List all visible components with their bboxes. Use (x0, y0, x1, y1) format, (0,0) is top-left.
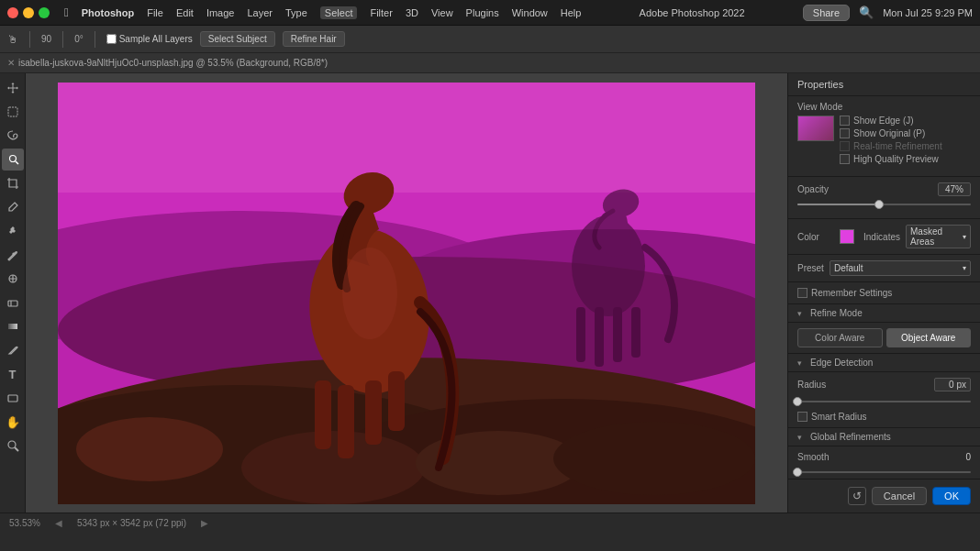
masked-areas-dropdown[interactable]: Masked Areas ▾ (906, 225, 971, 248)
help-menu[interactable]: Help (561, 7, 582, 18)
radius-slider-thumb[interactable] (793, 397, 802, 406)
status-nav-right[interactable]: ▶ (201, 518, 208, 528)
file-menu[interactable]: File (147, 7, 163, 18)
sample-all-layers-option[interactable]: Sample All Layers (106, 34, 193, 44)
eyedropper-tool[interactable] (2, 196, 24, 218)
gradient-tool[interactable] (2, 315, 24, 337)
zoom-tool[interactable] (2, 435, 24, 457)
app-name-menu[interactable]: Photoshop (82, 7, 134, 18)
eraser-tool[interactable] (2, 292, 24, 314)
quick-select-tool[interactable] (2, 149, 24, 171)
close-window-button[interactable] (7, 7, 18, 18)
show-original-option[interactable]: Show Original (P) (840, 128, 971, 138)
high-quality-preview-option[interactable]: High Quality Preview (840, 154, 971, 164)
color-swatch[interactable] (840, 229, 854, 244)
view-mode-section: View Mode Show Edge (J) Show Original (P… (788, 96, 980, 177)
view-mode-label: View Mode (797, 102, 842, 112)
show-edge-option[interactable]: Show Edge (J) (840, 116, 971, 126)
close-tab-button[interactable]: ✕ (7, 58, 15, 68)
smart-radius-row[interactable]: Smart Radius (797, 412, 971, 422)
document-tab: ✕ isabella-juskova-9aNltHjuOc0-unsplash.… (0, 53, 980, 73)
hand-tool[interactable]: ✋ (2, 411, 24, 433)
share-button[interactable]: Share (803, 5, 850, 21)
opacity-slider[interactable] (797, 198, 971, 211)
select-menu[interactable]: Select (320, 6, 358, 19)
crop-tool[interactable] (2, 172, 24, 194)
opacity-value[interactable]: 47% (938, 182, 971, 196)
svg-point-38 (278, 220, 443, 458)
time-display: Mon Jul 25 9:29 PM (883, 7, 973, 18)
reset-button[interactable]: ↺ (848, 487, 866, 505)
window-controls[interactable] (7, 7, 50, 18)
real-time-refinement-checkbox[interactable] (840, 141, 850, 151)
type-menu[interactable]: Type (285, 7, 307, 18)
tool-options-icon: 🖱 (7, 33, 18, 46)
sample-all-layers-label: Sample All Layers (119, 34, 193, 44)
smooth-label: Smooth (797, 452, 947, 462)
filter-menu[interactable]: Filter (370, 7, 392, 18)
properties-panel: Properties View Mode Show Edge (J) Sho (787, 73, 980, 512)
system-status-icons: Share 🔍 Mon Jul 25 9:29 PM (803, 5, 973, 21)
real-time-refinement-option[interactable]: Real-time Refinement (840, 141, 971, 151)
object-aware-button[interactable]: Object Aware (886, 328, 972, 347)
brush-tool[interactable] (2, 244, 24, 266)
search-icon[interactable]: 🔍 (859, 6, 874, 19)
smooth-slider-thumb[interactable] (793, 468, 802, 477)
global-refinements-section-header[interactable]: ▾ Global Refinements (788, 428, 980, 446)
shape-tool[interactable] (2, 387, 24, 409)
refine-mode-buttons: Color Aware Object Aware (788, 323, 980, 354)
status-nav-left[interactable]: ◀ (55, 518, 62, 528)
ok-button[interactable]: OK (932, 487, 971, 505)
pen-tool[interactable] (2, 339, 24, 361)
edit-menu[interactable]: Edit (176, 7, 194, 18)
show-edge-checkbox[interactable] (840, 116, 850, 126)
smooth-slider-track (797, 471, 971, 473)
select-subject-button[interactable]: Select Subject (200, 31, 275, 47)
color-aware-button[interactable]: Color Aware (797, 328, 883, 347)
text-tool[interactable]: T (2, 363, 24, 385)
minimize-window-button[interactable] (23, 7, 34, 18)
plugins-menu[interactable]: Plugins (466, 7, 499, 18)
image-menu[interactable]: Image (206, 7, 235, 18)
main-layout: T ✋ (0, 73, 980, 512)
clone-stamp-tool[interactable] (2, 268, 24, 290)
window-menu[interactable]: Window (512, 7, 548, 18)
opacity-slider-thumb[interactable] (874, 200, 884, 209)
high-quality-preview-checkbox[interactable] (840, 154, 850, 164)
remember-settings-checkbox[interactable] (797, 288, 807, 298)
radius-section: Radius 0 px Smart Radius (788, 372, 980, 428)
refine-mode-collapse-arrow-icon: ▾ (797, 309, 807, 318)
action-buttons-row: ↺ Cancel OK (788, 479, 980, 512)
edge-detection-section-header[interactable]: ▾ Edge Detection (788, 354, 980, 372)
radius-slider-track (797, 401, 971, 402)
refine-mode-section-header[interactable]: ▾ Refine Mode (788, 304, 980, 323)
sample-all-layers-checkbox[interactable] (106, 34, 117, 44)
view-preview-thumbnail[interactable] (797, 116, 834, 141)
refine-hair-button[interactable]: Refine Hair (283, 31, 345, 47)
radius-value[interactable]: 0 px (934, 378, 971, 391)
move-tool[interactable] (2, 77, 24, 99)
canvas-area[interactable] (26, 73, 787, 512)
smart-radius-checkbox[interactable] (797, 412, 807, 422)
marquee-tool[interactable] (2, 101, 24, 123)
app-title: Adobe Photoshop 2022 (588, 7, 795, 18)
svg-rect-5 (8, 301, 17, 306)
view-menu[interactable]: View (431, 7, 453, 18)
zoom-indicator: 90 (41, 34, 51, 44)
show-original-checkbox[interactable] (840, 128, 850, 138)
healing-brush-tool[interactable] (2, 220, 24, 242)
smooth-slider[interactable] (797, 466, 971, 479)
document-dimensions: 5343 px × 3542 px (72 ppi) (77, 518, 186, 528)
maximize-window-button[interactable] (39, 7, 50, 18)
preset-dropdown[interactable]: Default ▾ (830, 260, 971, 276)
preset-label: Preset (797, 263, 824, 273)
cancel-button[interactable]: Cancel (872, 487, 927, 505)
radius-slider[interactable] (797, 395, 971, 408)
color-section: Color Indicates Masked Areas ▾ (788, 219, 980, 255)
lasso-tool[interactable] (2, 125, 24, 147)
apple-menu[interactable]:  (64, 6, 69, 19)
layer-menu[interactable]: Layer (247, 7, 273, 18)
remember-settings-row[interactable]: Remember Settings (797, 288, 971, 298)
3d-menu[interactable]: 3D (406, 7, 418, 18)
opacity-row: Opacity 47% (797, 182, 971, 196)
